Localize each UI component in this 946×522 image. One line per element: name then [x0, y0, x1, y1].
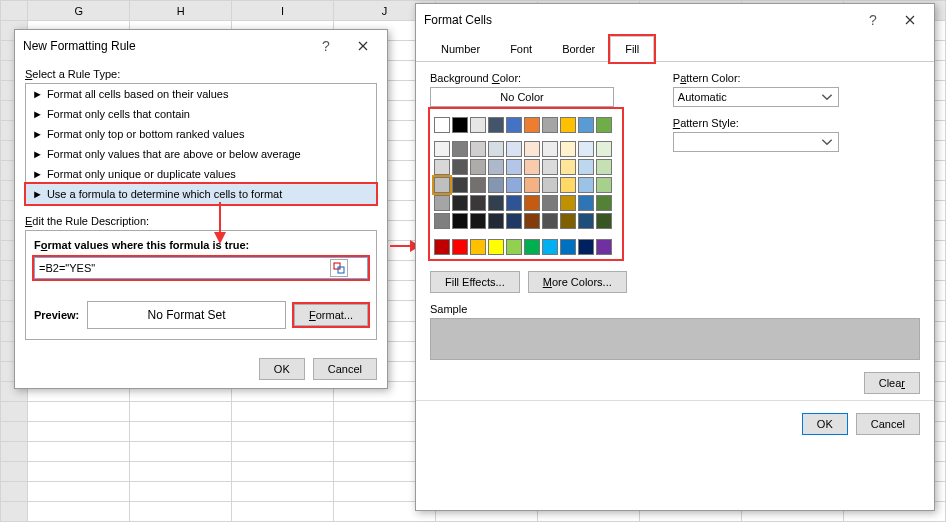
color-swatch[interactable]	[578, 195, 594, 211]
color-swatch[interactable]	[542, 141, 558, 157]
color-swatch[interactable]	[434, 213, 450, 229]
tab-number[interactable]: Number	[426, 36, 495, 62]
color-swatch[interactable]	[434, 159, 450, 175]
color-swatch[interactable]	[506, 195, 522, 211]
cancel-button[interactable]: Cancel	[856, 413, 920, 435]
pattern-style-select[interactable]	[673, 132, 839, 152]
color-swatch[interactable]	[560, 177, 576, 193]
color-swatch[interactable]	[470, 239, 486, 255]
color-swatch[interactable]	[488, 239, 504, 255]
color-swatch[interactable]	[488, 213, 504, 229]
color-swatch[interactable]	[596, 159, 612, 175]
close-icon[interactable]	[894, 10, 926, 30]
color-swatch[interactable]	[434, 117, 450, 133]
color-swatch[interactable]	[488, 141, 504, 157]
fill-effects-button[interactable]: Fill Effects...	[430, 271, 520, 293]
color-swatch[interactable]	[470, 141, 486, 157]
color-swatch[interactable]	[542, 195, 558, 211]
color-swatch[interactable]	[506, 239, 522, 255]
color-swatch[interactable]	[596, 141, 612, 157]
color-swatch[interactable]	[560, 141, 576, 157]
color-swatch[interactable]	[560, 239, 576, 255]
color-swatch[interactable]	[506, 213, 522, 229]
rule-type-option[interactable]: ►Format only cells that contain	[26, 104, 376, 124]
tab-fill[interactable]: Fill	[610, 36, 654, 62]
color-swatch[interactable]	[578, 177, 594, 193]
color-swatch[interactable]	[578, 117, 594, 133]
color-swatch[interactable]	[524, 141, 540, 157]
more-colors-button[interactable]: More Colors...	[528, 271, 627, 293]
color-swatch[interactable]	[470, 213, 486, 229]
color-swatch[interactable]	[452, 195, 468, 211]
color-swatch[interactable]	[452, 239, 468, 255]
rule-type-option[interactable]: ►Format only top or bottom ranked values	[26, 124, 376, 144]
color-swatch[interactable]	[560, 195, 576, 211]
color-swatch[interactable]	[542, 177, 558, 193]
color-swatch[interactable]	[524, 159, 540, 175]
color-swatch[interactable]	[578, 239, 594, 255]
color-swatch[interactable]	[560, 213, 576, 229]
color-swatch[interactable]	[470, 177, 486, 193]
color-swatch[interactable]	[452, 213, 468, 229]
help-icon[interactable]: ?	[319, 39, 333, 53]
color-swatch[interactable]	[524, 117, 540, 133]
color-swatch[interactable]	[488, 177, 504, 193]
color-swatch[interactable]	[542, 213, 558, 229]
color-swatch[interactable]	[524, 213, 540, 229]
color-swatch[interactable]	[542, 117, 558, 133]
color-swatch[interactable]	[524, 177, 540, 193]
color-swatch[interactable]	[452, 177, 468, 193]
color-swatch[interactable]	[578, 213, 594, 229]
rule-type-option[interactable]: ►Format all cells based on their values	[26, 84, 376, 104]
ok-button[interactable]: OK	[259, 358, 305, 380]
color-swatch[interactable]	[506, 159, 522, 175]
ok-button[interactable]: OK	[802, 413, 848, 435]
col-h[interactable]: H	[130, 1, 232, 21]
titlebar[interactable]: New Formatting Rule ?	[15, 30, 387, 62]
color-swatch[interactable]	[524, 195, 540, 211]
range-picker-icon[interactable]	[330, 259, 348, 277]
color-swatch[interactable]	[506, 117, 522, 133]
close-icon[interactable]	[347, 36, 379, 56]
format-button[interactable]: Format...	[294, 304, 368, 326]
tab-border[interactable]: Border	[547, 36, 610, 62]
color-swatch[interactable]	[578, 141, 594, 157]
color-swatch[interactable]	[524, 239, 540, 255]
color-swatch[interactable]	[452, 159, 468, 175]
col-g[interactable]: G	[28, 1, 130, 21]
color-swatch[interactable]	[434, 141, 450, 157]
formula-input[interactable]	[34, 257, 368, 279]
color-swatch[interactable]	[434, 239, 450, 255]
color-swatch[interactable]	[488, 195, 504, 211]
color-swatch[interactable]	[434, 195, 450, 211]
color-swatch[interactable]	[506, 141, 522, 157]
color-swatch[interactable]	[452, 117, 468, 133]
color-swatch[interactable]	[596, 177, 612, 193]
cancel-button[interactable]: Cancel	[313, 358, 377, 380]
titlebar[interactable]: Format Cells ?	[416, 4, 934, 36]
col-i[interactable]: I	[232, 1, 334, 21]
color-swatch[interactable]	[560, 117, 576, 133]
pattern-color-select[interactable]: Automatic	[673, 87, 839, 107]
rule-type-option[interactable]: ►Format only unique or duplicate values	[26, 164, 376, 184]
no-color-button[interactable]: No Color	[430, 87, 614, 107]
rule-type-option-selected[interactable]: ►Use a formula to determine which cells …	[26, 184, 376, 204]
color-swatch[interactable]	[434, 177, 450, 193]
color-swatch[interactable]	[542, 239, 558, 255]
color-swatch[interactable]	[506, 177, 522, 193]
clear-button[interactable]: Clear	[864, 372, 920, 394]
color-swatch[interactable]	[596, 117, 612, 133]
tab-font[interactable]: Font	[495, 36, 547, 62]
color-swatch[interactable]	[542, 159, 558, 175]
color-swatch[interactable]	[470, 195, 486, 211]
rule-type-option[interactable]: ►Format only values that are above or be…	[26, 144, 376, 164]
color-swatch[interactable]	[488, 117, 504, 133]
color-swatch[interactable]	[578, 159, 594, 175]
color-swatch[interactable]	[488, 159, 504, 175]
color-swatch[interactable]	[470, 117, 486, 133]
color-swatch[interactable]	[596, 239, 612, 255]
color-swatch[interactable]	[596, 195, 612, 211]
color-swatch[interactable]	[560, 159, 576, 175]
color-swatch[interactable]	[596, 213, 612, 229]
color-swatch[interactable]	[452, 141, 468, 157]
